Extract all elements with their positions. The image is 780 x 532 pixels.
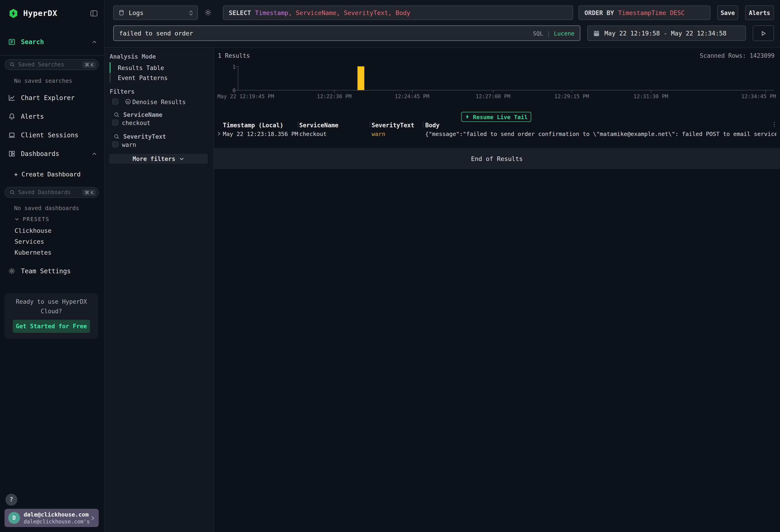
sidebar-item-label: Alerts [21, 113, 44, 120]
order-by-value: TimestampTime DESC [618, 9, 685, 16]
comma: , [388, 9, 396, 16]
saved-dashboards-input[interactable] [18, 189, 83, 196]
filter-group-name: ServiceName [123, 111, 162, 118]
x-tick-label: 12:22:30 PM [317, 93, 351, 100]
preset-clickhouse[interactable]: Clickhouse [14, 227, 52, 234]
preset-kubernetes[interactable]: Kubernetes [14, 249, 52, 256]
filter-checkbox-warn[interactable] [112, 141, 118, 147]
presets-toggle[interactable]: PRESETS [14, 216, 50, 222]
x-tick-label: 12:31:30 PM [634, 93, 668, 100]
cell-timestamp[interactable]: May 22 12:23:18.356 PM [223, 131, 298, 137]
x-axis-tick [766, 91, 766, 93]
saved-searches-search[interactable]: ⌘ K [5, 59, 99, 70]
analysis-mode-label: Analysis Mode [110, 53, 156, 60]
cell-body[interactable]: {"message":"failed to send order confirm… [425, 131, 776, 137]
x-tick-label: 12:29:15 PM [554, 93, 589, 100]
chevron-up-icon[interactable] [92, 39, 97, 44]
cell-servicename[interactable]: checkout [299, 131, 327, 137]
search-icon [114, 112, 119, 118]
end-of-results: End of Results [214, 148, 780, 169]
source-select[interactable]: Logs [113, 5, 198, 20]
sidebar-item-alerts[interactable]: Alerts [0, 110, 104, 123]
more-filters-button[interactable]: More filters [109, 154, 208, 164]
search-query-box: SQL | Lucene [113, 26, 580, 41]
sidebar-item-chart-explorer[interactable]: Chart Explorer [0, 91, 104, 104]
sidebar: HyperDX Search ⌘ K [0, 0, 105, 532]
sidebar-item-search[interactable]: Search [0, 36, 104, 48]
chevron-up-icon[interactable] [92, 151, 97, 156]
y-axis-tick [236, 66, 238, 67]
denoise-icon [125, 98, 132, 105]
search-input[interactable] [119, 30, 533, 37]
cell-severity[interactable]: warn [372, 131, 385, 137]
chevron-down-icon [180, 156, 184, 161]
x-axis-tick [334, 91, 335, 93]
select-field: Body [395, 9, 410, 16]
row-expand-chevron[interactable] [216, 132, 221, 136]
filter-group-severitytext[interactable]: SeverityText [114, 133, 166, 140]
mode-results-table[interactable]: Results Table [118, 64, 164, 71]
x-axis-tick [572, 91, 572, 93]
promo-text: Ready to use HyperDX [5, 298, 98, 305]
time-range-value: May 22 12:19:58 - May 22 12:34:58 [604, 30, 726, 37]
histogram-bar[interactable] [357, 66, 364, 90]
user-menu[interactable]: D dale@clickhouse.com dale@clickhouse.co… [5, 509, 99, 527]
no-saved-dashboards-note: No saved dashboards [14, 205, 79, 211]
x-axis-tick [412, 91, 412, 93]
x-tick-label: 12:24:45 PM [395, 93, 429, 100]
lang-toggle-sql[interactable]: SQL [533, 30, 543, 37]
sidebar-item-dashboards[interactable]: Dashboards [0, 147, 104, 160]
column-header-body[interactable]: Body [425, 122, 440, 129]
sidebar-item-label: Client Sessions [21, 132, 79, 139]
time-range-picker[interactable]: May 22 12:19:58 - May 22 12:34:58 [587, 26, 746, 41]
saved-dashboards-search[interactable]: ⌘ K [5, 187, 99, 198]
saved-searches-input[interactable] [18, 61, 83, 68]
sidebar-item-team-settings[interactable]: Team Settings [0, 264, 104, 277]
order-by-input[interactable]: ORDER BYTimestampTime DESC [579, 5, 711, 20]
sidebar-item-client-sessions[interactable]: Client Sessions [0, 129, 104, 141]
y-tick-label: 0 [227, 87, 236, 94]
preset-services[interactable]: Services [14, 238, 44, 245]
help-button[interactable]: ? [5, 494, 17, 505]
database-icon [118, 9, 125, 16]
calendar-icon [593, 30, 600, 37]
search-page-icon [8, 38, 16, 45]
scanned-rows: Scanned Rows: 1423099 [700, 52, 775, 59]
table-options-icon[interactable]: ⋮ [771, 121, 777, 128]
alerts-button[interactable]: Alerts [745, 5, 774, 20]
source-settings-gear-icon[interactable] [204, 9, 212, 16]
denoise-checkbox[interactable] [112, 99, 118, 105]
filter-option-label[interactable]: checkout [122, 119, 150, 127]
sidebar-collapse-icon[interactable] [90, 9, 98, 17]
filter-option-label[interactable]: warn [122, 141, 136, 148]
query-toolbar: Logs SELECTTimestamp, ServiceName, Sever… [105, 0, 780, 48]
resume-live-tail-button[interactable]: Resume Live Tail [461, 112, 531, 122]
shortcut-badge: ⌘ K [83, 61, 96, 68]
filter-group-servicename[interactable]: ServiceName [114, 111, 162, 118]
sidebar-item-label: Chart Explorer [21, 94, 75, 101]
run-query-button[interactable] [753, 26, 774, 41]
denoise-label[interactable]: Denoise Results [132, 99, 186, 105]
save-button[interactable]: Save [717, 5, 738, 20]
create-dashboard-button[interactable]: + Create Dashboard [14, 171, 81, 178]
filter-checkbox-checkout[interactable] [112, 119, 118, 126]
column-header-severitytext[interactable]: SeverityText [372, 122, 414, 129]
column-header-timestamp[interactable]: Timestamp (Local) [223, 122, 283, 129]
mode-event-patterns[interactable]: Event Patterns [118, 75, 167, 81]
lang-toggle-lucene[interactable]: Lucene [554, 30, 574, 37]
x-tick-label: May 22 12:19:45 PM [217, 93, 274, 100]
no-saved-searches-note: No saved searches [14, 77, 72, 84]
comma: , [288, 9, 296, 16]
bell-icon [8, 113, 16, 120]
hyperdx-logo-icon [8, 8, 19, 18]
search-icon [114, 134, 119, 140]
select-stepper-icon [189, 10, 193, 15]
sidebar-item-label: Search [21, 38, 44, 45]
active-mode-indicator [110, 62, 110, 73]
sidebar-item-label: Dashboards [21, 150, 59, 157]
get-started-button[interactable]: Get Started for Free [13, 320, 90, 333]
mode-rail [110, 62, 110, 82]
dashboard-grid-icon [8, 150, 16, 157]
column-header-servicename[interactable]: ServiceName [299, 122, 338, 129]
select-clause-input[interactable]: SELECTTimestamp, ServiceName, SeverityTe… [223, 5, 573, 20]
